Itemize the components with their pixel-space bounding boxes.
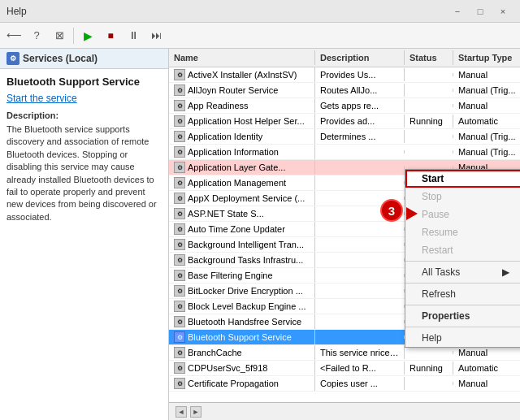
ctx-help[interactable]: Help (405, 329, 520, 347)
row-desc: Determines ... (315, 130, 405, 143)
panel-header: ⚙ Services (Local) (0, 49, 168, 69)
row-desc (315, 258, 405, 262)
ctx-arrow-icon: ▶ (502, 266, 509, 278)
row-desc (315, 289, 405, 292)
right-panel: Name Description Status Startup Type Log… (169, 49, 520, 420)
row-status (405, 135, 453, 138)
maximize-button[interactable]: □ (470, 3, 491, 19)
ctx-properties[interactable]: Properties (405, 307, 520, 325)
row-desc: This service nrice ... (315, 346, 405, 359)
ctx-sep3 (405, 305, 520, 305)
service-icon: ⚙ (174, 254, 185, 266)
ctx-resume[interactable]: Resume (405, 223, 520, 241)
row-startup: Manual (Trig... (453, 130, 520, 143)
row-desc (315, 274, 405, 277)
row-startup: Manual (453, 99, 520, 112)
row-desc (315, 227, 405, 231)
table-row[interactable]: ⚙App Readiness Gets apps re... Manual Lo… (169, 98, 520, 114)
row-desc: <Failed to R... (315, 362, 405, 375)
context-menu: Start Stop Pause Resume Restart All Task… (405, 169, 520, 348)
row-desc (315, 243, 405, 246)
service-icon: ⚙ (174, 301, 185, 312)
ctx-all-tasks[interactable]: All Tasks ▶ (405, 263, 520, 281)
row-status (405, 89, 453, 92)
row-startup: Manual (453, 377, 520, 390)
row-name: ⚙Bluetooth Support Service (169, 330, 315, 344)
header-name: Name (169, 50, 315, 65)
row-name: ⚙BranchCache (169, 345, 315, 360)
service-icon: ⚙ (174, 84, 185, 96)
row-name: ⚙AppX Deployment Service (... (169, 191, 315, 206)
row-desc (315, 181, 405, 184)
row-desc (315, 305, 405, 308)
row-startup: Manual (Trig... (453, 84, 520, 97)
row-name: ⚙Bluetooth Handsfree Service (169, 314, 315, 329)
row-startup: Manual (453, 346, 520, 359)
ctx-start[interactable]: Start (405, 170, 520, 188)
row-startup: Manual (453, 68, 520, 81)
table-row[interactable]: ⚙CDPUserSvc_5f918 <Failed to R... Runnin… (169, 361, 520, 376)
row-startup: Manual (Trig... (453, 145, 520, 158)
service-icon: ⚙ (174, 193, 185, 204)
row-desc (315, 150, 405, 154)
service-icon: ⚙ (174, 239, 185, 250)
table-row[interactable]: ⚙Application Identity Determines ... Man… (169, 129, 520, 145)
header-desc: Description (315, 50, 405, 65)
play-button[interactable]: ▶ (77, 26, 98, 45)
ctx-pause[interactable]: Pause (405, 206, 520, 223)
help-button[interactable]: ? (26, 26, 47, 45)
scroll-left-btn[interactable]: ◄ (176, 406, 187, 418)
ctx-sep4 (405, 327, 520, 327)
row-desc: Routes AllJo... (315, 84, 405, 97)
row-desc: Gets apps re... (315, 99, 405, 112)
row-status: Running (405, 115, 453, 128)
forward-button[interactable]: ⏭ (145, 26, 167, 45)
service-icon: ⚙ (174, 316, 185, 327)
service-icon: ⚙ (174, 285, 185, 297)
service-title: Bluetooth Support Service (6, 76, 162, 88)
left-content: Bluetooth Support Service Start the serv… (0, 69, 168, 420)
stop-button[interactable]: ■ (100, 26, 121, 45)
panel-icon: ⚙ (6, 52, 20, 65)
ctx-refresh[interactable]: Refresh (405, 285, 520, 303)
service-icon: ⚙ (174, 347, 185, 358)
table-row[interactable]: ⚙Application Information Manual (Trig...… (169, 145, 520, 160)
service-icon: ⚙ (174, 223, 185, 235)
header-status: Status (405, 50, 453, 65)
index-button[interactable]: ⊠ (49, 26, 70, 45)
pause-button[interactable]: ⏸ (123, 26, 144, 45)
left-panel: ⚙ Services (Local) Bluetooth Support Ser… (0, 49, 169, 420)
row-status: Running (405, 362, 453, 375)
service-icon: ⚙ (174, 115, 185, 127)
toolbar-separator (73, 28, 74, 44)
start-service-link[interactable]: Start the service (6, 93, 162, 104)
ctx-sep1 (405, 261, 520, 262)
service-icon: ⚙ (174, 146, 185, 158)
table-row[interactable]: ⚙AllJoyn Router Service Routes AllJo... … (169, 83, 520, 98)
panel-title: Services (Local) (23, 53, 98, 64)
row-name: ⚙Block Level Backup Engine ... (169, 299, 315, 314)
description-text: The Bluetooth service supports discovery… (6, 123, 162, 223)
row-name: ⚙ASP.NET State S... (169, 206, 315, 221)
row-name: ⚙BitLocker Drive Encryption ... (169, 284, 315, 298)
back-button[interactable]: ⟵ (3, 26, 24, 45)
row-startup: Automatic (453, 115, 520, 128)
row-name: ⚙AllJoyn Router Service (169, 83, 315, 97)
table-row[interactable]: ⚙ActiveX Installer (AxInstSV) Provides U… (169, 67, 520, 83)
row-name: ⚙App Readiness (169, 98, 315, 113)
table-row[interactable]: ⚙Certificate Propagation Copies user ...… (169, 376, 520, 392)
table-row[interactable]: ⚙Application Host Helper Ser... Provides… (169, 114, 520, 129)
ctx-stop[interactable]: Stop (405, 188, 520, 206)
close-button[interactable]: × (492, 3, 514, 19)
scroll-right-btn[interactable]: ► (190, 406, 202, 418)
row-status (405, 73, 453, 76)
row-desc: Provides ad... (315, 115, 405, 128)
row-name: ⚙CDPUserSvc_5f918 (169, 361, 315, 375)
header-startup: Startup Type (453, 50, 520, 65)
row-name: ⚙Application Identity (169, 129, 315, 144)
ctx-all-tasks-label: All Tasks (422, 266, 460, 278)
row-name: ⚙Certificate Propagation (169, 376, 315, 391)
ctx-sep2 (405, 283, 520, 284)
minimize-button[interactable]: − (447, 3, 468, 19)
ctx-restart[interactable]: Restart (405, 241, 520, 259)
